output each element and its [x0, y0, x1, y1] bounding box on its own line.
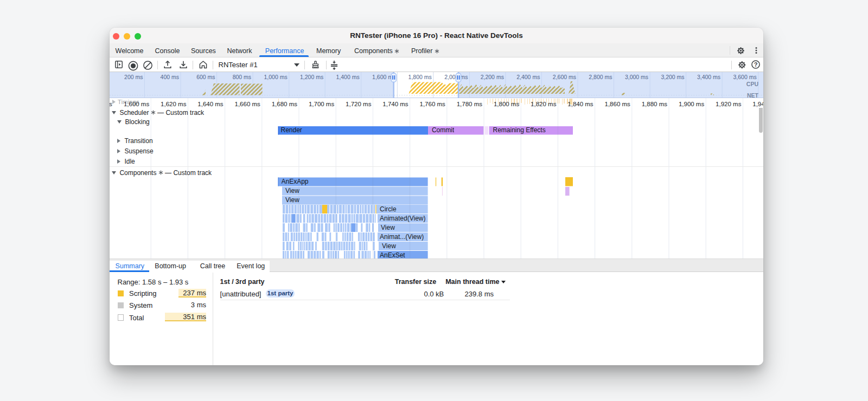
svg-text:400 ms: 400 ms — [161, 74, 179, 80]
svg-text:1,200 ms: 1,200 ms — [300, 74, 323, 80]
svg-text:2,200 ms: 2,200 ms — [481, 74, 504, 80]
svg-text:3,200 ms: 3,200 ms — [661, 74, 684, 80]
svg-text:CPU: CPU — [746, 81, 758, 87]
svg-text:600 ms: 600 ms — [196, 74, 215, 80]
svg-text:1,800 ms: 1,800 ms — [409, 74, 432, 80]
svg-text:2,400 ms: 2,400 ms — [516, 74, 540, 80]
svg-text:2,600 ms: 2,600 ms — [553, 74, 576, 80]
svg-text:800 ms: 800 ms — [233, 74, 251, 80]
svg-text:2,800 ms: 2,800 ms — [589, 74, 612, 80]
svg-text:3,600 ms: 3,600 ms — [733, 74, 756, 80]
svg-text:NET: NET — [747, 92, 759, 98]
svg-text:3,400 ms: 3,400 ms — [697, 74, 720, 80]
svg-text:200 ms: 200 ms — [124, 74, 143, 80]
svg-text:3,000 ms: 3,000 ms — [625, 74, 648, 80]
svg-text:1,000 ms: 1,000 ms — [264, 74, 287, 80]
svg-text:1,400 ms: 1,400 ms — [336, 74, 359, 80]
